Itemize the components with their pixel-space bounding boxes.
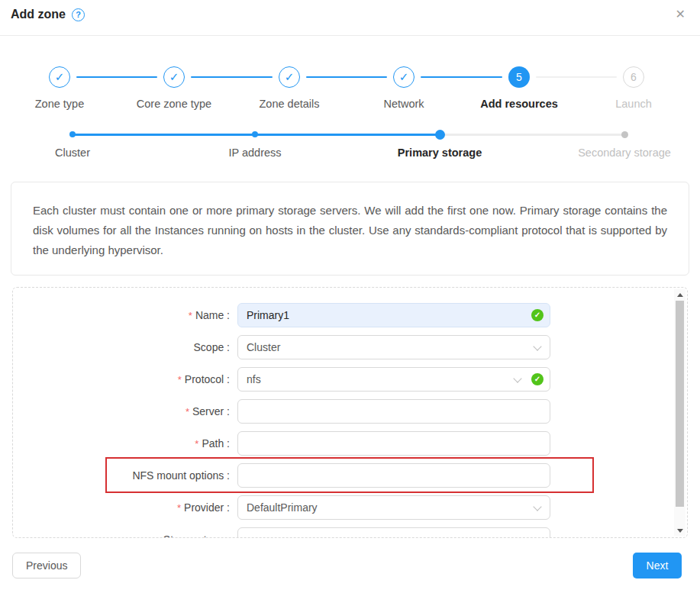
step-circle-add-resources: 5 — [508, 66, 530, 88]
name-input[interactable] — [237, 303, 550, 327]
name-label: Name : — [195, 309, 230, 321]
substep-dot-secondary-storage — [621, 131, 628, 138]
check-icon: ✓ — [285, 70, 295, 84]
provider-select-value: DefaultPrimary — [247, 501, 318, 514]
scope-select[interactable]: Cluster — [237, 335, 550, 359]
substep-connector — [73, 134, 255, 136]
required-asterisk: * — [195, 438, 198, 450]
info-text: Each cluster must contain one or more pr… — [33, 204, 667, 256]
substep-label-cluster: Cluster — [55, 147, 90, 159]
step-number: 5 — [516, 71, 522, 83]
dialog-header: Add zone ? ✕ — [0, 0, 700, 36]
help-icon[interactable]: ? — [72, 8, 85, 21]
step-connector — [536, 76, 617, 78]
step-connector — [76, 76, 157, 78]
form-row-storage-tags: Storage tags : — [13, 527, 578, 538]
form-row-provider: *Provider : DefaultPrimary — [13, 495, 578, 520]
substep-label-secondary-storage: Secondary storage — [578, 147, 671, 159]
info-card: Each cluster must contain one or more pr… — [11, 182, 689, 276]
nfs-mount-options-label: NFS mount options : — [132, 469, 230, 482]
wizard-stepper: ✓ ✓ ✓ ✓ 5 6 Zone type Core zone type Zon… — [0, 66, 700, 112]
path-label: Path : — [202, 437, 230, 450]
step-number: 6 — [631, 71, 637, 83]
path-input[interactable] — [237, 431, 550, 456]
server-input[interactable] — [237, 399, 550, 424]
close-icon[interactable]: ✕ — [676, 8, 685, 21]
required-asterisk: * — [177, 502, 181, 514]
valid-check-icon: ✓ — [531, 309, 544, 321]
primary-storage-form: *Name : ✓ Scope : Cluster *Protocol : nf… — [12, 287, 688, 538]
step-circle-launch: 6 — [623, 66, 644, 88]
required-asterisk: * — [178, 374, 182, 385]
substep-dot-cluster — [69, 131, 76, 137]
provider-select[interactable]: DefaultPrimary — [237, 495, 550, 520]
step-connector — [191, 76, 273, 78]
substep-dot-ip-address — [252, 131, 258, 137]
step-label-add-resources: Add resources — [480, 98, 558, 110]
step-circle-zone-details: ✓ — [279, 66, 300, 88]
check-icon: ✓ — [55, 70, 65, 84]
substep-label-primary-storage: Primary storage — [398, 147, 482, 159]
provider-label: Provider : — [184, 501, 230, 514]
step-label-core-zone-type: Core zone type — [137, 98, 211, 110]
valid-check-icon: ✓ — [531, 373, 544, 385]
scroll-down-arrow-icon[interactable] — [674, 525, 685, 536]
check-icon: ✓ — [169, 70, 179, 84]
form-row-name: *Name : ✓ — [13, 303, 578, 327]
form-row-server: *Server : — [13, 399, 578, 424]
step-label-zone-type: Zone type — [35, 98, 85, 110]
next-button[interactable]: Next — [633, 553, 682, 578]
step-circle-zone-type: ✓ — [49, 66, 70, 88]
required-asterisk: * — [189, 310, 192, 321]
protocol-label: Protocol : — [185, 373, 230, 385]
form-row-protocol: *Protocol : nfs ✓ — [13, 367, 578, 392]
protocol-select-value: nfs — [247, 373, 261, 385]
substep-connector — [440, 134, 624, 136]
substep-label-ip-address: IP address — [228, 147, 281, 159]
check-icon: ✓ — [399, 70, 409, 84]
scrollbar-thumb[interactable] — [676, 301, 684, 507]
resource-substepper: Cluster IP address Primary storage Secon… — [0, 128, 700, 165]
form-row-scope: Scope : Cluster — [13, 335, 578, 359]
protocol-select[interactable]: nfs — [237, 367, 550, 392]
dialog-title: Add zone — [11, 8, 66, 21]
step-circle-core-zone-type: ✓ — [163, 66, 185, 88]
form-row-path: *Path : — [13, 431, 578, 456]
step-label-zone-details: Zone details — [260, 98, 320, 110]
step-label-network: Network — [383, 98, 424, 110]
form-scrollbar[interactable] — [674, 289, 685, 536]
previous-button[interactable]: Previous — [12, 553, 81, 578]
storage-tags-input[interactable] — [237, 527, 550, 538]
step-label-launch: Launch — [615, 98, 652, 110]
scope-select-value: Cluster — [247, 341, 280, 353]
step-circle-network: ✓ — [393, 66, 415, 88]
substep-dot-primary-storage — [435, 130, 445, 140]
substep-connector — [255, 134, 440, 136]
storage-tags-label: Storage tags : — [163, 533, 230, 538]
step-connector — [421, 76, 502, 78]
server-label: Server : — [192, 405, 230, 417]
scroll-up-arrow-icon[interactable] — [674, 289, 685, 300]
scope-label: Scope : — [194, 341, 230, 353]
form-row-nfs-mount-options: NFS mount options : — [13, 463, 578, 488]
step-connector — [306, 76, 387, 78]
required-asterisk: * — [185, 406, 189, 417]
nfs-mount-options-input[interactable] — [237, 463, 550, 488]
